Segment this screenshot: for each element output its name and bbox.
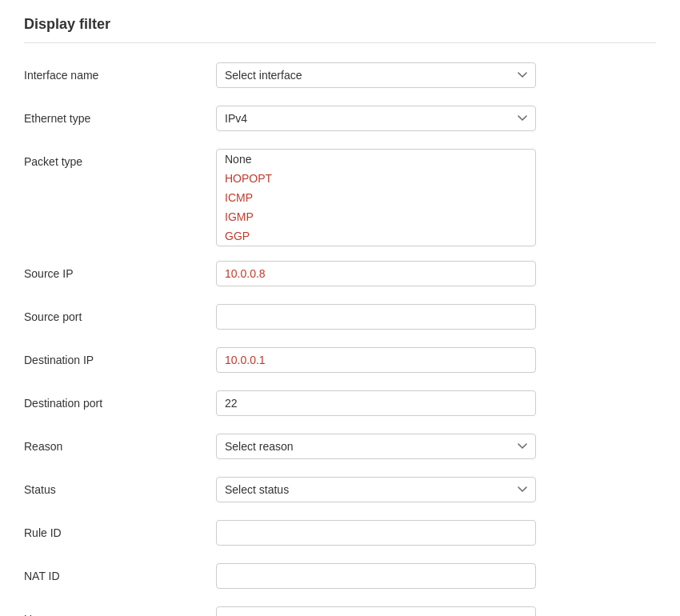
source-port-row: Source port <box>24 304 656 333</box>
user-label: User <box>24 606 216 616</box>
packet-type-listbox-inner[interactable]: NoneHOPOPTICMPIGMPGGPIP <box>217 150 535 246</box>
destination-port-wrapper <box>216 390 536 416</box>
interface-name-wrapper: Select interface <box>216 62 536 88</box>
user-wrapper: Add new item <box>216 606 536 616</box>
destination-port-input[interactable] <box>216 390 536 416</box>
packet-type-item[interactable]: None <box>217 150 535 169</box>
nat-id-input[interactable] <box>216 563 536 589</box>
reason-label: Reason <box>24 434 216 453</box>
destination-port-row: Destination port <box>24 390 656 419</box>
page-container: Display filter Interface name Select int… <box>0 0 680 616</box>
user-listbox: Add new item <box>216 606 536 616</box>
destination-port-label: Destination port <box>24 390 216 410</box>
packet-type-item[interactable]: GGP <box>217 226 535 246</box>
packet-type-label: Packet type <box>24 149 216 168</box>
interface-name-row: Interface name Select interface <box>24 62 656 91</box>
source-ip-row: Source IP <box>24 261 656 290</box>
source-port-label: Source port <box>24 304 216 323</box>
page-title: Display filter <box>24 16 656 43</box>
interface-name-select[interactable]: Select interface <box>216 62 536 88</box>
packet-type-wrapper: NoneHOPOPTICMPIGMPGGPIP <box>216 149 536 246</box>
status-wrapper: Select status <box>216 477 536 502</box>
destination-ip-input[interactable] <box>216 347 536 373</box>
destination-ip-row: Destination IP <box>24 347 656 376</box>
ethernet-type-row: Ethernet type IPv4 <box>24 106 656 134</box>
reason-wrapper: Select reason <box>216 434 536 459</box>
rule-id-row: Rule ID <box>24 520 656 549</box>
reason-row: Reason Select reason <box>24 434 656 462</box>
nat-id-wrapper <box>216 563 536 589</box>
reason-select[interactable]: Select reason <box>216 434 536 459</box>
user-row: User Add new item <box>24 606 656 616</box>
rule-id-label: Rule ID <box>24 520 216 539</box>
interface-name-label: Interface name <box>24 62 216 82</box>
source-port-wrapper <box>216 304 536 330</box>
status-label: Status <box>24 477 216 496</box>
ethernet-type-label: Ethernet type <box>24 106 216 125</box>
source-port-input[interactable] <box>216 304 536 330</box>
ethernet-type-wrapper: IPv4 <box>216 106 536 131</box>
destination-ip-wrapper <box>216 347 536 373</box>
rule-id-wrapper <box>216 520 536 546</box>
source-ip-wrapper <box>216 261 536 286</box>
packet-type-row: Packet type NoneHOPOPTICMPIGMPGGPIP <box>24 149 656 246</box>
user-listbox-inner[interactable] <box>217 607 535 616</box>
packet-type-listbox: NoneHOPOPTICMPIGMPGGPIP <box>216 149 536 246</box>
ethernet-type-select[interactable]: IPv4 <box>216 106 536 131</box>
packet-type-item[interactable]: ICMP <box>217 188 535 207</box>
packet-type-item[interactable]: IGMP <box>217 207 535 226</box>
status-select[interactable]: Select status <box>216 477 536 502</box>
status-row: Status Select status <box>24 477 656 506</box>
rule-id-input[interactable] <box>216 520 536 546</box>
source-ip-input[interactable] <box>216 261 536 286</box>
source-ip-label: Source IP <box>24 261 216 280</box>
packet-type-item[interactable]: HOPOPT <box>217 169 535 188</box>
destination-ip-label: Destination IP <box>24 347 216 366</box>
nat-id-label: NAT ID <box>24 563 216 582</box>
nat-id-row: NAT ID <box>24 563 656 592</box>
